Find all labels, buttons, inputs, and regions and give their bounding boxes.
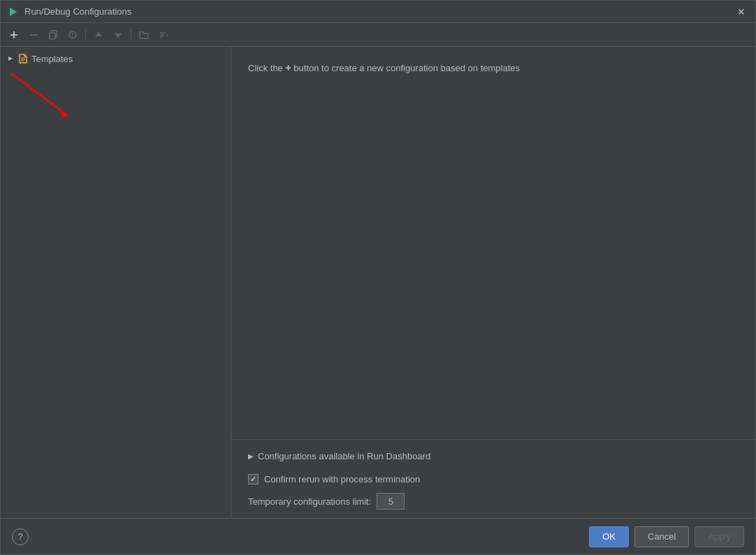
cancel-button[interactable]: Cancel [634,526,689,547]
sort-button[interactable] [154,26,173,44]
dialog-icon [8,6,19,17]
templates-icon [17,53,29,64]
hint-text: Click the + button to create a new confi… [248,61,520,75]
toolbar [1,23,755,47]
remove-config-button[interactable] [24,26,43,44]
svg-marker-0 [10,8,17,16]
svg-marker-16 [8,57,13,61]
temp-config-input[interactable] [377,493,405,510]
templates-label: Templates [31,54,73,64]
hint-text-after: button to create a new configuration bas… [291,63,520,73]
footer: ? OK Cancel Apply [1,518,755,554]
confirm-rerun-label: Confirm rerun with process termination [264,474,420,484]
confirm-rerun-checkbox[interactable] [248,474,259,484]
run-debug-configurations-dialog: Run/Debug Configurations ✕ [0,0,756,555]
add-config-button[interactable] [5,26,23,44]
main-content: Templates Click the + button to create a… [1,47,755,518]
svg-marker-15 [59,108,67,119]
confirm-rerun-row: Confirm rerun with process termination [248,474,739,484]
red-arrow-annotation [4,66,95,136]
footer-right: OK Cancel Apply [589,526,744,547]
toolbar-separator-1 [85,29,86,41]
right-panel-top: Click the + button to create a new confi… [231,47,755,439]
hint-plus-icon: + [285,61,291,75]
footer-left: ? [12,528,29,545]
edit-defaults-button[interactable] [64,26,82,44]
bottom-section: ▶ Configurations available in Run Dashbo… [231,439,755,518]
toolbar-separator-2 [131,29,131,41]
temp-config-row: Temporary configurations limit: [248,493,739,510]
configurations-label: Configurations available in Run Dashboar… [258,451,430,461]
dialog-title: Run/Debug Configurations [24,6,131,17]
temp-config-label: Temporary configurations limit: [248,496,371,507]
templates-tree-item[interactable]: Templates [1,50,231,68]
right-panel: Click the + button to create a new confi… [231,47,755,518]
move-down-button[interactable] [109,26,127,44]
svg-point-8 [72,36,73,37]
create-folder-button[interactable] [135,26,153,44]
tree-expand-arrow [6,54,15,63]
title-bar: Run/Debug Configurations ✕ [1,1,755,23]
svg-marker-9 [95,32,102,36]
apply-button[interactable]: Apply [695,526,744,547]
close-button[interactable]: ✕ [734,5,748,19]
help-button[interactable]: ? [12,528,29,545]
svg-line-14 [11,73,67,115]
move-up-button[interactable] [89,26,108,44]
configurations-collapsible[interactable]: ▶ Configurations available in Run Dashbo… [248,448,739,464]
svg-rect-5 [50,33,55,39]
title-bar-left: Run/Debug Configurations [8,6,131,17]
copy-config-button[interactable] [44,26,62,44]
svg-marker-10 [115,34,122,38]
ok-button[interactable]: OK [589,526,629,547]
collapsible-arrow-icon: ▶ [248,452,254,460]
hint-text-before: Click the [248,63,285,73]
left-panel: Templates [1,47,231,518]
